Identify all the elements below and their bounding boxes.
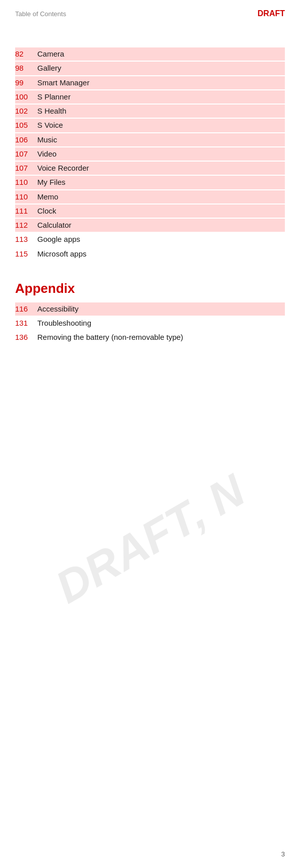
toc-row: 111Clock [15,205,285,218]
toc-entry-label: Microsoft apps [37,247,87,261]
appendix-row: 136Removing the battery (non-removable t… [15,331,285,344]
appendix-entry-label: Removing the battery (non-removable type… [37,331,183,344]
toc-row: 105S Voice [15,119,285,132]
header-draft-label: DRAFT [258,9,285,18]
toc-page-number: 106 [15,133,37,146]
toc-page-number: 110 [15,190,37,203]
toc-entry-label: Voice Recorder [37,162,89,175]
toc-entry-label: Memo [37,190,58,203]
appendix-entry-label: Troubleshooting [37,317,91,330]
toc-row: 107Video [15,147,285,161]
watermark: DRAFT, N [47,465,253,614]
toc-page-number: 107 [15,147,37,161]
appendix-row: 116Accessibility [15,302,285,316]
toc-entry-label: S Planner [37,90,71,104]
toc-entry-label: Calculator [37,219,72,232]
toc-row: 100S Planner [15,90,285,104]
toc-row: 82Camera [15,47,285,61]
appendix-row: 131Troubleshooting [15,317,285,330]
toc-row: 106Music [15,133,285,146]
toc-entry-label: Gallery [37,62,62,75]
page-number: 3 [281,850,285,858]
toc-page-number: 102 [15,105,37,118]
toc-page-number: 82 [15,47,37,61]
toc-entry-label: S Voice [37,119,63,132]
toc-row: 113Google apps [15,233,285,246]
appendix-page-number: 116 [15,302,37,316]
toc-row: 110My Files [15,176,285,189]
appendix-entry-label: Accessibility [37,302,79,316]
toc-row: 102S Health [15,105,285,118]
appendix-page-number: 136 [15,331,37,344]
toc-page-number: 111 [15,205,37,218]
toc-entry-label: S Health [37,105,67,118]
page-container: Table of Contents DRAFT 82Camera98Galler… [0,0,300,868]
toc-entry-label: Smart Manager [37,76,89,89]
toc-entry-label: Google apps [37,233,80,246]
appendix-rows: 116Accessibility131Troubleshooting136Rem… [15,302,285,344]
toc-page-number: 100 [15,90,37,104]
header: Table of Contents DRAFT [0,0,300,27]
toc-row: 99Smart Manager [15,76,285,89]
toc-page-number: 110 [15,176,37,189]
appendix-page-number: 131 [15,317,37,330]
toc-page-number: 107 [15,162,37,175]
toc-row: 115Microsoft apps [15,247,285,261]
toc-entry-label: Camera [37,47,64,61]
toc-row: 107Voice Recorder [15,162,285,175]
appendix-heading: Appendix [15,281,285,296]
toc-row: 112Calculator [15,219,285,232]
toc-page-number: 112 [15,219,37,232]
toc-entry-label: Music [37,133,57,146]
toc-page-number: 98 [15,62,37,75]
toc-row: 98Gallery [15,62,285,75]
toc-content: 82Camera98Gallery99Smart Manager100S Pla… [0,27,300,344]
toc-page-number: 113 [15,233,37,246]
toc-page-number: 105 [15,119,37,132]
toc-entry-label: My Files [37,176,66,189]
header-title: Table of Contents [15,10,66,18]
toc-page-number: 99 [15,76,37,89]
toc-rows: 82Camera98Gallery99Smart Manager100S Pla… [15,47,285,261]
toc-page-number: 115 [15,247,37,261]
toc-row: 110Memo [15,190,285,203]
toc-entry-label: Video [37,147,56,161]
toc-entry-label: Clock [37,205,56,218]
